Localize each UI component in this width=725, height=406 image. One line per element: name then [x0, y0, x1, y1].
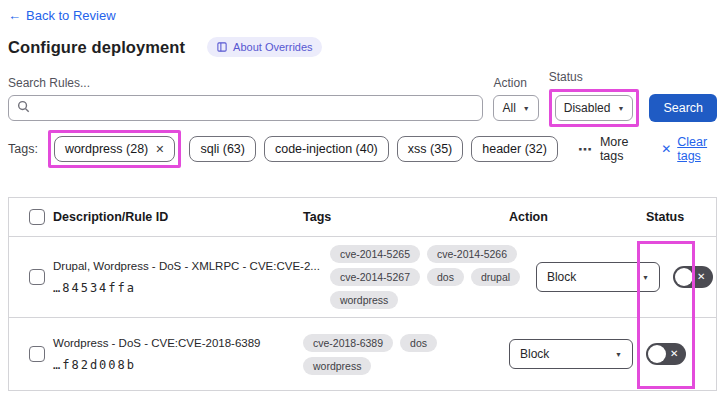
rule-tag: drupal	[471, 268, 520, 286]
rule-tag: wordpress	[330, 291, 398, 309]
tags-label: Tags:	[8, 142, 38, 156]
title-row: Configure deployment About Overrides	[8, 37, 717, 57]
rule-id: …84534ffa	[53, 281, 320, 295]
action-filter-label: Action	[493, 76, 538, 90]
search-rules-input-box[interactable]	[8, 95, 483, 121]
action-filter-group: Action All ▼	[493, 76, 538, 121]
search-icon	[17, 99, 30, 117]
status-filter-dropdown[interactable]: Disabled ▼	[555, 95, 634, 121]
about-overrides-badge[interactable]: About Overrides	[207, 37, 321, 57]
more-tags-button[interactable]: ⋯ More tags	[578, 135, 637, 163]
status-filter-label: Status	[549, 70, 640, 84]
rule-row: Drupal, Wordpress - DoS - XMLRPC - CVE:C…	[9, 237, 716, 318]
header-checkbox-cell	[9, 209, 53, 225]
other-tag-pills: sqli (63)code-injection (40)xss (35)head…	[189, 136, 557, 162]
toggle-x-icon: ✕	[697, 272, 705, 282]
action-dropdown[interactable]: Block ▼	[536, 262, 660, 292]
select-all-checkbox[interactable]	[29, 209, 45, 225]
chevron-down-icon: ▼	[523, 105, 530, 112]
filter-row: Search Rules... Action All ▼ Status	[8, 70, 717, 121]
selected-tag-pill-wordpress[interactable]: wordpress (28) ✕	[54, 136, 176, 162]
action-filter-dropdown[interactable]: All ▼	[493, 95, 538, 121]
action-dropdown[interactable]: Block ▼	[509, 339, 633, 369]
rule-description: Wordpress - DoS - CVE:CVE-2018-6389	[53, 337, 293, 349]
tag-pill[interactable]: sqli (63)	[189, 136, 255, 162]
tag-pill[interactable]: header (32)	[471, 136, 558, 162]
rule-tags: cve-2018-6389doswordpress	[303, 334, 501, 375]
book-icon	[216, 41, 228, 53]
table-body: Drupal, Wordpress - DoS - XMLRPC - CVE:C…	[9, 237, 716, 390]
selected-tag-label: wordpress (28)	[65, 142, 148, 156]
page-title: Configure deployment	[8, 38, 185, 57]
toggle-x-icon: ✕	[670, 349, 678, 359]
configure-deployment-page: ← Back to Review Configure deployment Ab…	[0, 0, 725, 391]
rule-row: Wordpress - DoS - CVE:CVE-2018-6389 …f82…	[9, 318, 716, 390]
chevron-down-icon: ▼	[617, 105, 624, 112]
header-description: Description/Rule ID	[53, 210, 303, 224]
header-status: Status	[646, 210, 716, 224]
rules-table: Description/Rule ID Tags Action Status D…	[8, 197, 717, 391]
rule-tag: cve-2014-5267	[330, 268, 420, 286]
chevron-down-icon: ▼	[615, 351, 622, 358]
toggle-knob	[648, 345, 666, 363]
search-rules-label: Search Rules...	[8, 76, 483, 90]
action-filter-value: All	[502, 101, 515, 115]
remove-tag-icon[interactable]: ✕	[155, 144, 164, 155]
rule-tags: cve-2014-5265cve-2014-5266cve-2014-5267d…	[330, 245, 528, 309]
rule-tag: cve-2014-5266	[427, 245, 517, 263]
status-filter-group: Status Disabled ▼	[549, 70, 640, 121]
tag-pill[interactable]: xss (35)	[397, 136, 463, 162]
row-checkbox[interactable]	[29, 346, 45, 362]
rule-tag: cve-2014-5265	[330, 245, 420, 263]
rule-tag: dos	[400, 334, 437, 352]
status-toggle-off[interactable]: ✕	[646, 343, 686, 365]
search-button[interactable]: Search	[649, 94, 717, 122]
header-tags: Tags	[303, 210, 509, 224]
rule-tag: cve-2018-6389	[303, 334, 393, 352]
search-rules-input[interactable]	[36, 100, 474, 116]
rule-tag: dos	[427, 268, 464, 286]
status-toggle-off[interactable]: ✕	[673, 266, 713, 288]
header-action: Action	[509, 210, 646, 224]
clear-tags-x-icon: ✕	[661, 142, 671, 156]
rule-tag: wordpress	[303, 357, 371, 375]
toggle-knob	[675, 268, 693, 286]
tag-pill[interactable]: code-injection (40)	[264, 136, 389, 162]
tags-bar: Tags: wordpress (28) ✕ sqli (63)code-inj…	[8, 135, 717, 163]
back-to-review-link[interactable]: ← Back to Review	[8, 8, 116, 23]
more-tags-label: More tags	[600, 135, 637, 163]
search-group: Search Rules...	[8, 76, 483, 121]
action-value: Block	[547, 270, 576, 284]
selected-tag-highlight-box: wordpress (28) ✕	[48, 130, 182, 168]
row-checkbox[interactable]	[29, 269, 45, 285]
status-filter-highlight-box: Disabled ▼	[549, 89, 640, 127]
chevron-down-icon: ▼	[642, 274, 649, 281]
rule-description: Drupal, Wordpress - DoS - XMLRPC - CVE:C…	[53, 260, 320, 272]
table-header-row: Description/Rule ID Tags Action Status	[9, 198, 716, 237]
clear-tags-label: Clear tags	[677, 135, 717, 163]
back-arrow-icon: ←	[8, 8, 21, 23]
clear-tags-link[interactable]: ✕ Clear tags	[661, 135, 717, 163]
action-value: Block	[520, 347, 549, 361]
about-badge-label: About Overrides	[233, 41, 312, 53]
ellipsis-icon: ⋯	[578, 141, 593, 157]
back-link-label: Back to Review	[26, 8, 116, 23]
status-filter-value: Disabled	[564, 101, 611, 115]
rule-id: …f82d008b	[53, 358, 293, 372]
